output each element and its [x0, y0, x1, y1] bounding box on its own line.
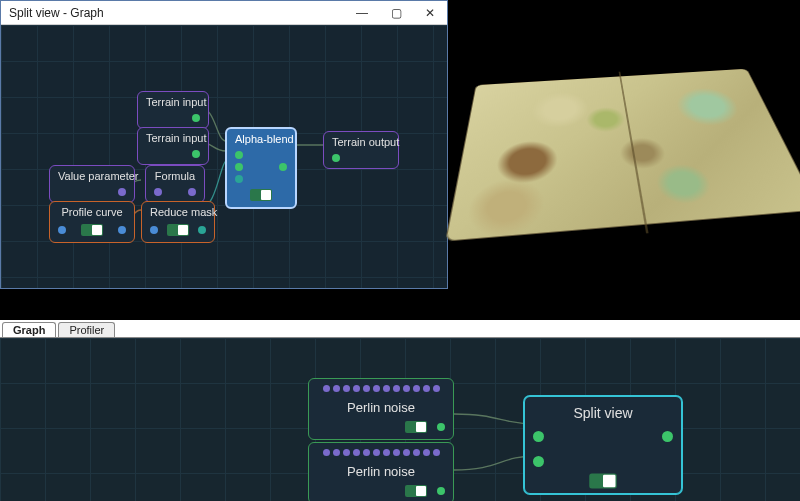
close-icon: ✕	[425, 6, 435, 20]
port-in[interactable]	[58, 226, 66, 234]
port-out[interactable]	[192, 150, 200, 158]
node-label: Terrain input	[146, 132, 200, 144]
toggle[interactable]	[589, 474, 617, 489]
node-terrain-input-1[interactable]: Terrain input	[137, 91, 209, 129]
tab-label: Profiler	[69, 324, 104, 336]
node-label: Split view	[533, 405, 673, 421]
node-label: Formula	[154, 170, 196, 182]
titlebar[interactable]: Split view - Graph — ▢ ✕	[1, 1, 447, 25]
port-in-2[interactable]	[235, 163, 243, 171]
port-out[interactable]	[118, 226, 126, 234]
port-out[interactable]	[279, 163, 287, 171]
node-label: Terrain input	[146, 96, 200, 108]
node-label: Terrain output	[332, 136, 390, 148]
param-ports	[317, 449, 445, 456]
tab-label: Graph	[13, 324, 45, 336]
toggle[interactable]	[81, 224, 103, 236]
port-in[interactable]	[332, 154, 340, 162]
graph-canvas-bottom[interactable]: Perlin noise Perlin noise Split view	[0, 338, 800, 501]
minimize-icon: —	[356, 6, 368, 20]
node-formula[interactable]: Formula	[145, 165, 205, 203]
port-out[interactable]	[198, 226, 206, 234]
port-in-1[interactable]	[533, 431, 544, 442]
minimize-button[interactable]: —	[345, 1, 379, 25]
node-terrain-output[interactable]: Terrain output	[323, 131, 399, 169]
maximize-button[interactable]: ▢	[379, 1, 413, 25]
node-split-view[interactable]: Split view	[524, 396, 682, 494]
port-out[interactable]	[118, 188, 126, 196]
node-profile-curve[interactable]: Profile curve	[49, 201, 135, 243]
node-label: Perlin noise	[317, 464, 445, 479]
node-label: Reduce mask	[150, 206, 206, 218]
port-out[interactable]	[662, 431, 673, 442]
param-ports	[317, 385, 445, 392]
toggle[interactable]	[250, 189, 272, 201]
port-out[interactable]	[437, 423, 445, 431]
port-out[interactable]	[437, 487, 445, 495]
graph-canvas-top[interactable]: Terrain input Terrain input Value parame…	[1, 25, 447, 288]
tab-graph[interactable]: Graph	[2, 322, 56, 337]
port-in[interactable]	[150, 226, 158, 234]
port-out[interactable]	[192, 114, 200, 122]
node-reduce-mask[interactable]: Reduce mask	[141, 201, 215, 243]
node-perlin-noise-1[interactable]: Perlin noise	[308, 378, 454, 440]
node-value-parameter[interactable]: Value parameter	[49, 165, 135, 203]
node-perlin-noise-2[interactable]: Perlin noise	[308, 442, 454, 501]
close-button[interactable]: ✕	[413, 1, 447, 25]
node-terrain-input-2[interactable]: Terrain input	[137, 127, 209, 165]
port-out[interactable]	[188, 188, 196, 196]
split-view-window: Split view - Graph — ▢ ✕ Terrain input T…	[0, 0, 448, 289]
window-title: Split view - Graph	[9, 6, 104, 20]
terrain-preview[interactable]	[448, 0, 800, 289]
tab-profiler[interactable]: Profiler	[58, 322, 115, 337]
port-in-3[interactable]	[235, 175, 243, 183]
node-label: Value parameter	[58, 170, 126, 182]
toggle[interactable]	[405, 485, 427, 497]
terrain-mesh	[445, 69, 800, 242]
toggle[interactable]	[167, 224, 189, 236]
node-label: Profile curve	[58, 206, 126, 218]
tabstrip: Graph Profiler	[0, 320, 800, 338]
port-in-2[interactable]	[533, 456, 544, 467]
node-label: Alpha-blend	[235, 133, 287, 145]
node-alpha-blend[interactable]: Alpha-blend	[225, 127, 297, 209]
node-label: Perlin noise	[317, 400, 445, 415]
port-in[interactable]	[154, 188, 162, 196]
toggle[interactable]	[405, 421, 427, 433]
port-in-1[interactable]	[235, 151, 243, 159]
bottom-panel: Graph Profiler Perlin noise Perlin noise	[0, 320, 800, 501]
maximize-icon: ▢	[391, 6, 402, 20]
